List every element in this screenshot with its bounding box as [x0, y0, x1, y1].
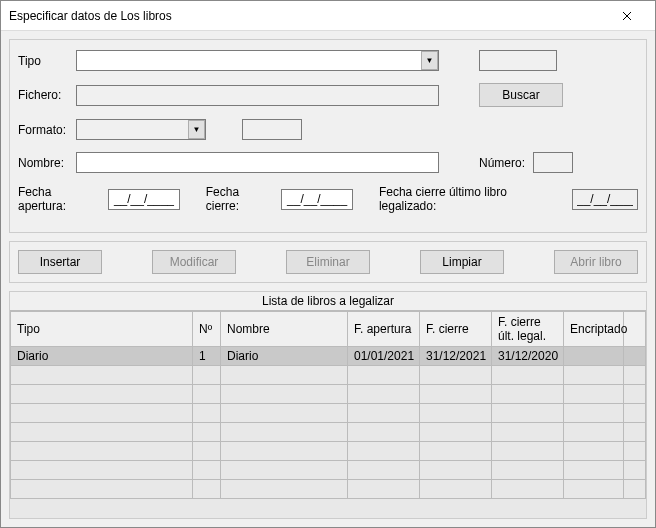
fichero-label: Fichero: [18, 88, 76, 102]
grid[interactable]: Tipo Nº Nombre F. apertura F. cierre F. … [10, 310, 646, 518]
cell-enc [564, 347, 624, 366]
cell-pad [624, 423, 646, 442]
cell-fcu [492, 461, 564, 480]
cell-fap: 01/01/2021 [348, 347, 420, 366]
buscar-button[interactable]: Buscar [479, 83, 563, 107]
client-area: Tipo ▼ Fichero: Buscar Formato: ▼ [1, 31, 655, 527]
cell-tipo [11, 461, 193, 480]
button-bar: Insertar Modificar Eliminar Limpiar Abri… [9, 241, 647, 283]
cell-enc [564, 423, 624, 442]
cell-fcu [492, 423, 564, 442]
cell-nombre [221, 461, 348, 480]
cell-fci [420, 461, 492, 480]
cell-enc [564, 442, 624, 461]
numero-label: Número: [479, 156, 525, 170]
fichero-field [76, 85, 439, 106]
chevron-down-icon[interactable]: ▼ [421, 51, 438, 70]
cell-fap [348, 423, 420, 442]
fecha-cierre-ult-label: Fecha cierre último libro legalizado: [379, 185, 566, 213]
cell-pad [624, 385, 646, 404]
table-row[interactable] [11, 442, 646, 461]
cell-nombre: Diario [221, 347, 348, 366]
col-fap-header[interactable]: F. apertura [348, 312, 420, 347]
chevron-down-icon[interactable]: ▼ [188, 120, 205, 139]
cell-fci [420, 404, 492, 423]
cell-n [193, 480, 221, 499]
abrir-libro-button: Abrir libro [554, 250, 638, 274]
cell-fcu [492, 385, 564, 404]
tipo-combo[interactable] [76, 50, 439, 71]
cell-fci [420, 442, 492, 461]
cell-nombre [221, 423, 348, 442]
table-row[interactable] [11, 480, 646, 499]
cell-fap [348, 366, 420, 385]
tipo-label: Tipo [18, 54, 76, 68]
col-fcu-header[interactable]: F. cierre últ. legal. [492, 312, 564, 347]
cell-pad [624, 480, 646, 499]
cell-enc [564, 461, 624, 480]
table-row[interactable] [11, 404, 646, 423]
cell-pad [624, 347, 646, 366]
cell-n [193, 423, 221, 442]
cell-fci [420, 423, 492, 442]
cell-fcu [492, 404, 564, 423]
cell-tipo [11, 385, 193, 404]
col-nombre-header[interactable]: Nombre [221, 312, 348, 347]
window-title: Especificar datos de Los libros [9, 9, 172, 23]
cell-n [193, 366, 221, 385]
list-panel: Lista de libros a legalizar Tipo Nº Nomb… [9, 291, 647, 519]
formato-label: Formato: [18, 123, 76, 137]
cell-enc [564, 385, 624, 404]
cell-fcu [492, 366, 564, 385]
grid-header-row: Tipo Nº Nombre F. apertura F. cierre F. … [11, 312, 646, 347]
tipo-aux-box [479, 50, 557, 71]
cell-fap [348, 385, 420, 404]
fecha-cierre-label: Fecha cierre: [206, 185, 275, 213]
titlebar: Especificar datos de Los libros [1, 1, 655, 31]
close-icon[interactable] [607, 2, 647, 30]
col-fci-header[interactable]: F. cierre [420, 312, 492, 347]
cell-n [193, 461, 221, 480]
cell-tipo [11, 366, 193, 385]
cell-pad [624, 442, 646, 461]
cell-tipo [11, 480, 193, 499]
formato-aux-box [242, 119, 302, 140]
dialog-window: Especificar datos de Los libros Tipo ▼ F… [0, 0, 656, 528]
cell-n: 1 [193, 347, 221, 366]
col-enc-header[interactable]: Encriptado [564, 312, 624, 347]
eliminar-button: Eliminar [286, 250, 370, 274]
cell-n [193, 404, 221, 423]
table-row[interactable] [11, 423, 646, 442]
fecha-apertura-label: Fecha apertura: [18, 185, 102, 213]
cell-tipo: Diario [11, 347, 193, 366]
cell-enc [564, 366, 624, 385]
formato-combo[interactable] [76, 119, 206, 140]
cell-pad [624, 366, 646, 385]
cell-fci: 31/12/2021 [420, 347, 492, 366]
table-row[interactable] [11, 461, 646, 480]
cell-pad [624, 404, 646, 423]
col-tipo-header[interactable]: Tipo [11, 312, 193, 347]
cell-enc [564, 404, 624, 423]
table-row[interactable]: Diario1Diario01/01/202131/12/202131/12/2… [11, 347, 646, 366]
cell-fap [348, 442, 420, 461]
fecha-cierre-field[interactable] [281, 189, 353, 210]
cell-enc [564, 480, 624, 499]
numero-field [533, 152, 573, 173]
fecha-cierre-ult-field [572, 189, 638, 210]
cell-nombre [221, 480, 348, 499]
cell-fap [348, 461, 420, 480]
nombre-field[interactable] [76, 152, 439, 173]
insertar-button[interactable]: Insertar [18, 250, 102, 274]
cell-fcu [492, 480, 564, 499]
cell-pad [624, 461, 646, 480]
cell-fap [348, 480, 420, 499]
table-row[interactable] [11, 366, 646, 385]
cell-tipo [11, 442, 193, 461]
cell-nombre [221, 442, 348, 461]
cell-fci [420, 385, 492, 404]
col-n-header[interactable]: Nº [193, 312, 221, 347]
limpiar-button[interactable]: Limpiar [420, 250, 504, 274]
table-row[interactable] [11, 385, 646, 404]
fecha-apertura-field[interactable] [108, 189, 180, 210]
